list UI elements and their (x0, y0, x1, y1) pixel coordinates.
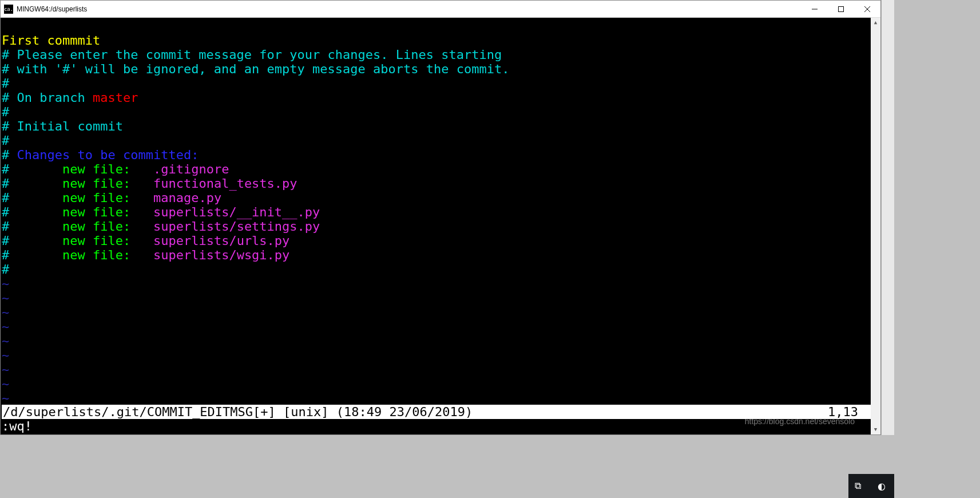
comment-hash: # (2, 248, 9, 262)
tilde-line: ~ (2, 276, 9, 291)
new-file-label: new file: (62, 176, 130, 191)
changes-header: Changes to be committed: (17, 148, 199, 162)
file-name: superlists/settings.py (153, 219, 320, 234)
new-file-label: new file: (62, 219, 130, 234)
vertical-scrollbar[interactable]: ▲ ▼ (871, 18, 880, 434)
comment-line: # (2, 105, 9, 119)
file-name: functional_tests.py (153, 176, 297, 191)
maximize-button[interactable] (828, 1, 854, 18)
initial-commit-line: # Initial commit (2, 119, 123, 133)
status-file-info: /d/superlists/.git/COMMIT_EDITMSG[+] [un… (3, 405, 828, 419)
scroll-down-button[interactable]: ▼ (871, 425, 880, 434)
new-file-label: new file: (62, 191, 130, 205)
svg-rect-1 (839, 6, 844, 11)
comment-line: # with '#' will be ignored, and an empty… (2, 62, 509, 76)
branch-line-prefix: # On branch (2, 90, 93, 105)
adjacent-window-edge (881, 0, 894, 435)
window-titlebar[interactable]: ca. MINGW64:/d/superlists (1, 1, 880, 18)
vim-command-line[interactable]: :wq! (2, 419, 871, 433)
comment-hash: # (2, 205, 9, 219)
tilde-line: ~ (2, 391, 9, 405)
file-name: superlists/__init__.py (153, 205, 320, 219)
comment-line: # (2, 76, 9, 90)
vim-status-line: /d/superlists/.git/COMMIT_EDITMSG[+] [un… (2, 405, 871, 419)
file-name: superlists/urls.py (153, 234, 289, 248)
new-file-label: new file: (62, 248, 130, 262)
tilde-line: ~ (2, 305, 9, 319)
comment-hash: # (2, 219, 9, 234)
new-file-label: new file: (62, 205, 130, 219)
window-title: MINGW64:/d/superlists (17, 5, 802, 13)
new-file-label: new file: (62, 162, 130, 176)
branch-name: master (93, 90, 138, 105)
comment-line: # (2, 133, 9, 148)
commit-message-line[interactable]: First commmit (2, 33, 100, 48)
window-controls (802, 1, 880, 18)
taskbar-fragment: ⧉ ◐ (848, 474, 894, 498)
scroll-up-button[interactable]: ▲ (871, 18, 880, 27)
steam-icon[interactable]: ◐ (878, 481, 888, 491)
changes-prefix: # (2, 148, 17, 162)
terminal-window: ca. MINGW64:/d/superlists First commmit … (0, 0, 881, 435)
tilde-line: ~ (2, 377, 9, 391)
watermark-text: https://blog.csdn.net/sevensolo (745, 414, 855, 429)
tilde-line: ~ (2, 319, 9, 334)
tilde-line: ~ (2, 291, 9, 305)
terminal-viewport[interactable]: First commmit # Please enter the commit … (1, 18, 880, 434)
comment-line: # Please enter the commit message for yo… (2, 48, 502, 62)
comment-hash: # (2, 162, 9, 176)
comment-hash: # (2, 176, 9, 191)
editor-content[interactable]: First commmit # Please enter the commit … (1, 18, 871, 434)
comment-hash: # (2, 191, 9, 205)
file-name: .gitignore (153, 162, 229, 176)
file-name: superlists/wsgi.py (153, 248, 289, 262)
tilde-line: ~ (2, 348, 9, 362)
file-name: manage.py (153, 191, 221, 205)
devices-icon[interactable]: ⧉ (855, 481, 865, 491)
comment-hash: # (2, 234, 9, 248)
close-button[interactable] (854, 1, 880, 18)
app-icon: ca. (4, 5, 13, 14)
tilde-line: ~ (2, 334, 9, 348)
comment-line: # (2, 262, 9, 276)
minimize-button[interactable] (802, 1, 828, 18)
new-file-label: new file: (62, 234, 130, 248)
tilde-line: ~ (2, 362, 9, 377)
